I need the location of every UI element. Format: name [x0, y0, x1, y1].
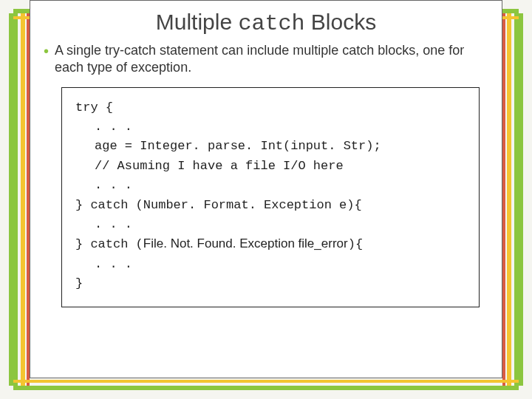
code-line: } catch (Number. Format. Exception e){ — [75, 196, 466, 215]
code-seg: } catch ( — [75, 237, 143, 251]
code-line: age = Integer. parse. Int(input. Str); — [75, 137, 466, 156]
bullet-icon: • — [44, 44, 49, 58]
slide-body: Multiple catch Blocks • A single try-cat… — [30, 0, 502, 378]
code-line: . . . — [75, 176, 466, 195]
title-pre: Multiple — [156, 10, 239, 34]
title-keyword: catch — [239, 11, 305, 36]
bullet-item: • A single try-catch statement can inclu… — [44, 42, 488, 77]
code-seg: ){ — [348, 237, 363, 251]
title-post: Blocks — [305, 10, 377, 34]
slide-title: Multiple catch Blocks — [44, 10, 488, 36]
code-seg: File. Not. Found. Exception file_error — [143, 236, 348, 250]
code-line: } — [75, 274, 466, 293]
code-line: // Asuming I have a file I/O here — [75, 157, 466, 176]
code-line: . . . — [75, 255, 466, 274]
code-block: try { . . . age = Integer. parse. Int(in… — [61, 87, 480, 307]
code-line: try { — [75, 98, 466, 117]
bullet-text: A single try-catch statement can include… — [55, 42, 488, 77]
code-line: } catch (File. Not. Found. Exception fil… — [75, 234, 466, 254]
code-line: . . . — [75, 215, 466, 234]
code-line: . . . — [75, 117, 466, 137]
